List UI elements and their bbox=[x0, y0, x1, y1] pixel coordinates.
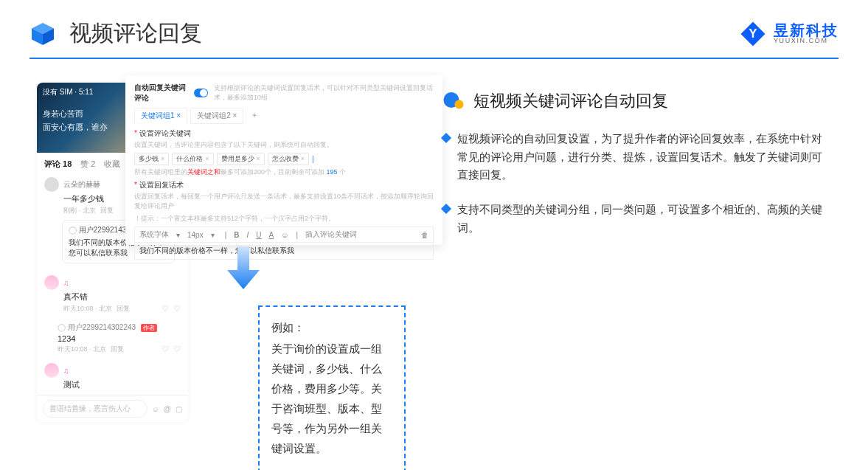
dislike-icon[interactable]: ♡ bbox=[173, 345, 181, 354]
diamond-bullet-icon bbox=[441, 204, 451, 214]
brand-name-cn: 昱新科技 bbox=[774, 23, 839, 38]
keyword-tag[interactable]: 怎么收费× bbox=[268, 153, 309, 165]
arrow-down-icon bbox=[221, 246, 265, 291]
comment-item: ◯ 用户2299214302243 作者 1234 昨天10:08 · 北京 回… bbox=[37, 318, 188, 359]
comment-meta: 昨天10:08 · 北京 bbox=[58, 345, 106, 354]
keywords-count-hint: 所有关键词组里的关键词之和最多可添加200个，目前剩余可添加 195 个 bbox=[134, 167, 434, 177]
comment-input[interactable]: 善语结善缘，恶言伤人心 bbox=[43, 400, 147, 418]
comment-text: 真不错 bbox=[63, 291, 181, 303]
avatar-icon: ◯ bbox=[69, 226, 77, 234]
font-select[interactable]: 系统字体 bbox=[139, 229, 169, 240]
svg-marker-5 bbox=[227, 246, 260, 289]
speaker-icon: ♫ bbox=[63, 279, 69, 287]
reply-link[interactable]: 回复 bbox=[100, 206, 114, 215]
author-badge: 作者 bbox=[141, 324, 157, 332]
bullet-item: 支持不同类型的关键词分组，同一类问题，可设置多个相近的、高频的关键词。 bbox=[442, 201, 839, 237]
chat-bubble-icon bbox=[442, 90, 465, 112]
bold-icon[interactable]: B bbox=[234, 231, 239, 239]
fontsize-select[interactable]: 14px bbox=[187, 231, 204, 239]
tab-favorites[interactable]: 收藏 bbox=[104, 159, 120, 170]
screenshot-composite: 没有 SIM · 5:11 身若心苦而 面安心有愿，谁亦 评论 18 赞 2 收… bbox=[37, 75, 420, 444]
comment-meta: 刚刚 · 北京 bbox=[63, 206, 96, 215]
brand-logo-icon: Y bbox=[740, 21, 766, 47]
page-header: 视频评论回复 Y 昱新科技 YUUXIN.COM bbox=[0, 0, 868, 49]
panel-header-label: 自动回复关键词评论 bbox=[134, 83, 188, 103]
like-icon[interactable]: ♡ bbox=[162, 345, 169, 354]
svg-point-7 bbox=[455, 100, 464, 109]
brand-name-en: YUUXIN.COM bbox=[774, 38, 839, 44]
avatar bbox=[44, 177, 59, 192]
svg-text:Y: Y bbox=[749, 27, 757, 40]
avatar-icon: ◯ bbox=[58, 323, 66, 331]
keyword-tag[interactable]: 费用是多少× bbox=[217, 153, 265, 165]
panel-header-hint: 支持根据评论的关键词设置回复话术，可以针对不同类型关键词设置回复话术，最多添加1… bbox=[214, 83, 434, 103]
underline-icon[interactable]: U bbox=[256, 231, 261, 239]
insert-keyword-button[interactable]: 插入评论关键词 bbox=[305, 229, 357, 240]
add-group-button[interactable]: ＋ bbox=[246, 108, 263, 124]
emoji-icon[interactable]: ☺ bbox=[152, 405, 159, 413]
like-icon[interactable]: ♡ bbox=[162, 304, 169, 314]
rich-hint: ！提示：一个富文本框最多支持512个字符，一个汉字占用2个字符。 bbox=[134, 214, 434, 224]
description-column: 短视频关键词评论自动回复 短视频评论的自动回复设置，为了提升作者的评论回复效率，… bbox=[442, 75, 839, 444]
cube-icon bbox=[29, 21, 56, 47]
comment-item: ♫ 测试 bbox=[37, 359, 188, 395]
auto-reply-panel: 自动回复关键词评论 支持根据评论的关键词设置回复话术，可以针对不同类型关键词设置… bbox=[125, 75, 442, 245]
page-title: 视频评论回复 bbox=[69, 18, 202, 49]
speaker-icon: ♫ bbox=[63, 367, 69, 375]
italic-icon[interactable]: I bbox=[247, 231, 249, 239]
brand: Y 昱新科技 YUUXIN.COM bbox=[740, 21, 839, 47]
avatar bbox=[44, 363, 59, 378]
keyword-tag[interactable]: 什么价格× bbox=[172, 153, 213, 165]
reply-link[interactable]: 回复 bbox=[117, 304, 130, 314]
tab-comments[interactable]: 评论 18 bbox=[44, 159, 72, 170]
rte-editor[interactable]: 我们不同的版本价格不一样，您可以私信联系我 bbox=[134, 242, 434, 260]
dislike-icon[interactable]: ♡ bbox=[173, 304, 181, 314]
comment-user: 用户2299214302243 bbox=[68, 323, 136, 331]
section-title: 短视频关键词评论自动回复 bbox=[473, 90, 668, 112]
keywords-hint: 设置关键词，当评论里内容包含了以下关键词，则系统可自动回复。 bbox=[134, 140, 434, 150]
reply-link[interactable]: 回复 bbox=[111, 345, 124, 354]
comment-text: 测试 bbox=[63, 379, 181, 390]
mention-icon[interactable]: @ bbox=[164, 405, 171, 413]
rte-toolbar: 系统字体▾ 14px▾ | B I U A ☺ | 插入评论关键词 🗑 bbox=[134, 227, 434, 242]
color-icon[interactable]: A bbox=[269, 231, 274, 239]
comment-user: 云朵的赫赫 bbox=[63, 179, 100, 190]
tab-likes[interactable]: 赞 2 bbox=[80, 159, 95, 170]
bullet-text: 支持不同类型的关键词分组，同一类问题，可设置多个相近的、高频的关键词。 bbox=[457, 201, 831, 237]
comment-meta: 昨天10:08 · 北京 bbox=[63, 304, 112, 314]
example-body: 关于询价的设置成一组关键词，多少钱、什么价格，费用多少等。关于咨询班型、版本、型… bbox=[271, 339, 392, 458]
comment-input-bar: 善语结善缘，恶言伤人心 ☺ @ ▢ bbox=[37, 395, 188, 422]
keyword-group-tab[interactable]: 关键词组1 × bbox=[134, 108, 187, 124]
comment-item: ♫ 真不错 昨天10:08 · 北京 回复 ♡ ♡ bbox=[37, 271, 188, 318]
example-box: 例如： 关于询价的设置成一组关键词，多少钱、什么价格，费用多少等。关于咨询班型、… bbox=[258, 305, 406, 470]
auto-reply-toggle[interactable] bbox=[194, 89, 208, 97]
bullet-text: 短视频评论的自动回复设置，为了提升作者的评论回复效率，在系统中针对常见的评论用户… bbox=[457, 130, 831, 184]
emoji-icon[interactable]: ☺ bbox=[281, 231, 288, 239]
keywords-label: 设置评论关键词 bbox=[134, 128, 434, 139]
script-label: 设置回复话术 bbox=[134, 180, 434, 190]
example-title: 例如： bbox=[271, 317, 392, 337]
bullet-item: 短视频评论的自动回复设置，为了提升作者的评论回复效率，在系统中针对常见的评论用户… bbox=[442, 130, 839, 184]
avatar bbox=[44, 275, 59, 290]
keyword-tags: 多少钱× 什么价格× 费用是多少× 怎么收费× | bbox=[134, 153, 434, 165]
delete-icon[interactable]: 🗑 bbox=[421, 231, 428, 239]
comment-text: 1234 bbox=[58, 334, 181, 343]
image-icon[interactable]: ▢ bbox=[176, 405, 182, 413]
diamond-bullet-icon bbox=[441, 133, 451, 143]
keyword-group-tab[interactable]: 关键词组2 × bbox=[190, 108, 243, 124]
script-hint: 设置回复话术，每回复一个用户评论只发送一条话术，最多支持设置10条不同话术，按添… bbox=[134, 192, 434, 211]
keyword-tag[interactable]: 多少钱× bbox=[134, 153, 169, 165]
